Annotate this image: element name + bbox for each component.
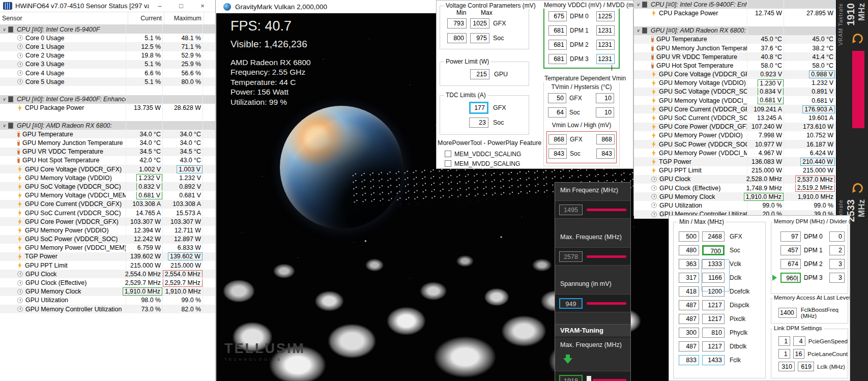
- sensor-row[interactable]: GPU [#0]: AMD Radeon RX 6800:: [634, 26, 836, 35]
- sensor-row[interactable]: GPU Memory Power (VDDIO) 12.394 W 12.711…: [0, 226, 215, 235]
- sensor-row[interactable]: GPU [#0]: AMD Radeon RX 6800:: [0, 121, 215, 130]
- sensor-row[interactable]: GPU Clock 2,528.0 MHz 2,537.0 MHz: [634, 175, 836, 184]
- min-clock-input[interactable]: 500: [679, 231, 699, 242]
- sensor-row[interactable]: GPU Clock (Effective) 1,748.9 MHz 2,519.…: [634, 184, 836, 192]
- sensor-row[interactable]: GPU Memory Voltage (VDDCI_MEM) 0.681 V 0…: [634, 96, 836, 105]
- max-clock-input[interactable]: 1433: [702, 355, 725, 365]
- link-max-input[interactable]: 4: [793, 336, 805, 346]
- max-clock-input[interactable]: 1217: [702, 341, 725, 351]
- sensor-row[interactable]: GPU PPT Limit 215.000 W 215.000 W: [0, 261, 215, 270]
- min-clock-input[interactable]: 418: [679, 286, 699, 297]
- dpm-frequency-input[interactable]: 960: [780, 273, 801, 283]
- sensor-row[interactable]: GPU Temperature 34.0 °C 34.0 °C: [0, 130, 215, 138]
- vddci-input[interactable]: 681: [548, 40, 567, 50]
- sensor-row[interactable]: Core 1 Usage 12.5 % 71.1 %: [0, 42, 215, 51]
- sensor-row[interactable]: GPU Core Voltage (VDDCR_GFX) 0.923 V 0.9…: [634, 70, 836, 79]
- min-clock-input[interactable]: 487: [679, 300, 699, 310]
- mvdd-input[interactable]: 1231: [596, 40, 615, 50]
- sensor-row[interactable]: GPU Memory Voltage (VDDCI_MEM) 0.681 V 0…: [0, 191, 215, 200]
- min-clock-input[interactable]: 480: [679, 245, 699, 255]
- max-clock-input[interactable]: 2468: [702, 231, 725, 242]
- sensor-row[interactable]: TGP Power 136.083 W 210.440 W: [634, 157, 836, 166]
- tuner-slider[interactable]: [587, 209, 626, 211]
- divider-input[interactable]: 2: [829, 245, 845, 255]
- sensor-row[interactable]: GPU SoC Current (VDDCR_SOC) 14.765 A 15.…: [0, 209, 215, 217]
- sensor-row[interactable]: GPU Core Current (VDDCR_GFX) 103.308 A 1…: [0, 200, 215, 209]
- power-limit-input[interactable]: 215: [470, 69, 489, 79]
- max-voltage-input[interactable]: 975: [470, 33, 489, 43]
- link-min-input[interactable]: 1: [778, 349, 790, 359]
- expander-icon[interactable]: [0, 123, 8, 128]
- sensor-row[interactable]: GPU Temperature 45.0 °C 45.0 °C: [634, 35, 836, 44]
- sensor-row[interactable]: CPU Package Power 12.745 W 27.895 W: [634, 9, 836, 17]
- tuner-slider[interactable]: [587, 302, 626, 305]
- sensor-row[interactable]: GPU SoC Power (VDDCR_SOC) 12.242 W 12.89…: [0, 235, 215, 244]
- expander-icon[interactable]: [0, 27, 8, 32]
- min-clock-input[interactable]: 300: [679, 328, 699, 338]
- maximize-button[interactable]: □: [170, 2, 192, 10]
- sensor-row[interactable]: [634, 17, 836, 26]
- dpm-frequency-input[interactable]: 674: [780, 259, 801, 269]
- sensor-row[interactable]: GPU Core Voltage (VDDCR_GFX) 1.002 V 1.0…: [0, 165, 215, 173]
- sensor-row[interactable]: GPU Core Power (VDDCR_GFX) 103.307 W 103…: [0, 217, 215, 226]
- refresh-icon[interactable]: [851, 182, 865, 195]
- close-button[interactable]: ×: [192, 2, 213, 10]
- max-clock-input[interactable]: 1217: [702, 314, 725, 324]
- sensor-row[interactable]: CPU [#0]: Intel Core i5-9400F: [0, 25, 215, 34]
- max-clock-input[interactable]: 1166: [702, 273, 725, 283]
- sensor-row[interactable]: GPU Hot Spot Temperature 42.0 °C 43.0 °C: [0, 156, 215, 165]
- divider-input[interactable]: 0: [829, 231, 845, 242]
- max-voltage-input[interactable]: 1025: [470, 18, 489, 28]
- refresh-icon[interactable]: [851, 32, 865, 46]
- sensor-row[interactable]: GPU VR VDDC Temperature 34.5 °C 34.5 °C: [0, 148, 215, 156]
- sensor-row[interactable]: GPU Memory Voltage (VDDIO) 1.230 V 1.232…: [634, 79, 836, 87]
- sensor-row[interactable]: GPU Memory Power (VDDCI_MEM) 4.967 W 6.4…: [634, 149, 836, 157]
- max-clock-input[interactable]: 1333: [702, 259, 725, 269]
- sensor-row[interactable]: GPU Clock (Effective) 2,529.7 MHz 2,529.…: [0, 278, 215, 287]
- sensor-row[interactable]: Core 0 Usage 5.1 % 48.1 %: [0, 34, 215, 42]
- link-max-input[interactable]: 619: [798, 362, 814, 371]
- fclk-boost-input[interactable]: 1400: [778, 308, 797, 318]
- hysteresis-input[interactable]: 10: [596, 93, 614, 103]
- vddci-input[interactable]: 681: [548, 54, 567, 64]
- sensor-row[interactable]: GPU Memory Power (VDDCI_MEM) 6.759 W 6.8…: [0, 244, 215, 252]
- sensor-row[interactable]: GPU Memory Clock 1,910.0 MHz 1,910.0 MHz: [0, 287, 215, 296]
- sensor-row[interactable]: GPU SoC Voltage (VDDCR_SOC) 0.832 V 0.89…: [0, 182, 215, 191]
- tuner-value-input[interactable]: 2578: [559, 251, 583, 262]
- sensor-row[interactable]: GPU Memory Clock 1,910.0 MHz 1,910.0 MHz: [634, 192, 836, 201]
- sensor-row[interactable]: CPU Package Power 13.735 W 28.628 W: [0, 104, 215, 112]
- sensor-row[interactable]: GPU Memory Power (VDDIO) 7.998 W 10.752 …: [634, 131, 836, 140]
- expander-icon[interactable]: [634, 28, 642, 33]
- sensor-row[interactable]: CPU [#0]: Intel Core i5-9400F: Enhanced: [634, 0, 836, 9]
- sensor-row[interactable]: GPU Core Power (VDDCR_GFX) 107.240 W 173…: [634, 123, 836, 131]
- checkbox[interactable]: [445, 160, 451, 167]
- expander-icon[interactable]: [634, 2, 642, 7]
- link-max-input[interactable]: 16: [793, 349, 805, 359]
- min-voltage-input[interactable]: 793: [447, 18, 467, 28]
- min-clock-input[interactable]: 833: [679, 355, 699, 365]
- max-clock-input[interactable]: 1217: [702, 300, 725, 310]
- max-clock-input[interactable]: 700: [702, 245, 725, 255]
- sensor-row[interactable]: GPU Memory Voltage (VDDIO) 1.232 V 1.232…: [0, 173, 215, 182]
- vmin-high-input[interactable]: 868: [596, 134, 615, 144]
- sensor-row[interactable]: GPU SoC Power (VDDCR_SOC) 10.977 W 16.18…: [634, 140, 836, 149]
- vram-max-freq-input[interactable]: 1918: [559, 375, 583, 381]
- min-clock-input[interactable]: 487: [679, 341, 699, 351]
- mvdd-input[interactable]: 1231: [596, 54, 615, 64]
- sensor-row[interactable]: CPU [#0]: Intel Core i5-9400F: Enhanced: [0, 95, 215, 104]
- link-min-input[interactable]: 1: [778, 336, 790, 346]
- sensor-row[interactable]: GPU Core Current (VDDCR_GFX) 109.241 A 1…: [634, 105, 836, 113]
- tuner-value-input[interactable]: 1495: [559, 204, 583, 215]
- vmin-high-input[interactable]: 843: [596, 149, 615, 159]
- sensor-row[interactable]: GPU SoC Voltage (VDDCR_SOC) 0.834 V 0.89…: [634, 87, 836, 96]
- slider-handle[interactable]: [587, 376, 591, 381]
- column-sensor[interactable]: Sensor: [0, 12, 128, 24]
- tuner-value-input[interactable]: 949: [559, 298, 583, 309]
- expander-icon[interactable]: [0, 97, 8, 102]
- min-clock-input[interactable]: 363: [679, 259, 699, 269]
- minimize-button[interactable]: –: [149, 2, 170, 10]
- min-clock-input[interactable]: 317: [679, 273, 699, 283]
- tvmin-input[interactable]: 50: [548, 93, 566, 103]
- min-clock-input[interactable]: 487: [679, 314, 699, 324]
- sensor-row[interactable]: GPU Utilization 99.0 % 99.0 %: [634, 201, 836, 210]
